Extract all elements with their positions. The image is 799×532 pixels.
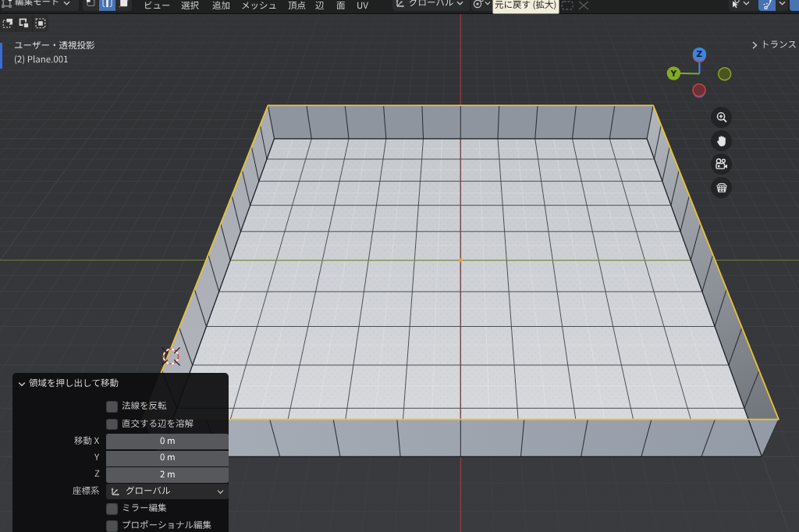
operator-panel-title xyxy=(29,378,119,390)
menu-uv[interactable] xyxy=(357,0,368,12)
y-axis-label: Y xyxy=(670,69,677,78)
orientation-label xyxy=(12,486,100,498)
tool-settings-strip xyxy=(0,15,48,32)
orientation-dropdown[interactable] xyxy=(106,484,229,499)
dissolve-orthogonal-edges-checkbox[interactable] xyxy=(106,419,118,431)
icon-graphic xyxy=(217,489,224,495)
zoom-button[interactable] xyxy=(711,107,732,128)
chevron-down-icon xyxy=(779,1,786,5)
menu-mesh[interactable] xyxy=(241,0,277,12)
flip-normals-label xyxy=(122,401,167,413)
chevron-down-icon xyxy=(743,0,750,7)
show-gizmo-dropdown[interactable] xyxy=(729,0,759,11)
mirror-editing-checkbox[interactable] xyxy=(106,503,118,515)
show-gizmo-icon xyxy=(730,0,741,9)
move-x-label xyxy=(12,436,100,448)
orientation-dropdown-value xyxy=(126,486,171,498)
neg-x-axis-ball xyxy=(693,84,705,97)
menu-face[interactable] xyxy=(336,0,346,12)
chevron-right-icon xyxy=(751,41,758,49)
toolbar-edge-indicator[interactable] xyxy=(0,43,2,69)
show-overlays-dropdown[interactable] xyxy=(776,0,788,11)
orientation-icon xyxy=(109,486,121,498)
show-overlays-icon xyxy=(762,0,773,9)
camera-icon xyxy=(715,158,728,170)
menu-view[interactable] xyxy=(144,0,171,12)
proportional-editing-checkbox[interactable] xyxy=(106,520,118,532)
hand-icon xyxy=(716,135,727,147)
move-y-field[interactable] xyxy=(106,451,229,466)
move-z-value xyxy=(160,470,176,481)
icon-graphic xyxy=(2,18,13,29)
zoom-icon xyxy=(716,112,728,124)
blender-window: Z Y xyxy=(0,0,799,532)
select-mode-face-button[interactable] xyxy=(115,0,132,11)
show-overlays-toggle[interactable] xyxy=(758,0,776,11)
select-set-mode-button[interactable] xyxy=(0,15,16,32)
xray-toggle[interactable] xyxy=(790,0,799,11)
move-y-value xyxy=(160,452,176,464)
sidebar-tab-label xyxy=(761,40,797,51)
neg-y-axis-ball xyxy=(719,68,731,80)
pan-button[interactable] xyxy=(711,130,732,151)
perspective-toggle-button[interactable] xyxy=(711,177,732,198)
move-x-value xyxy=(160,436,176,448)
move-z-label xyxy=(12,469,100,481)
tooltip-text xyxy=(495,0,557,12)
tooltip xyxy=(492,0,559,14)
transform-orientation-dropdown[interactable] xyxy=(392,0,470,11)
chevron-down-icon xyxy=(63,0,70,6)
icon-graphic xyxy=(86,0,96,8)
icon-graphic xyxy=(485,1,491,5)
axis-orientation-gizmo[interactable]: Z Y xyxy=(659,39,737,105)
automerge-rect-icon xyxy=(560,0,576,12)
icon-graphic xyxy=(456,1,463,5)
operator-panel xyxy=(12,373,229,532)
flip-normals-checkbox[interactable] xyxy=(106,401,118,413)
icon-graphic xyxy=(63,1,70,5)
chevron-down-icon xyxy=(456,0,463,7)
camera-view-button[interactable] xyxy=(711,154,732,175)
icon-graphic xyxy=(35,18,46,29)
icon-graphic xyxy=(110,487,120,497)
edit-mode-icon xyxy=(1,0,12,9)
menu-vertex[interactable] xyxy=(288,0,306,12)
automerge-x-icon xyxy=(576,0,591,12)
chevron-down-icon xyxy=(217,488,224,495)
grid-sphere-icon xyxy=(716,182,728,194)
move-z-field[interactable] xyxy=(106,467,229,483)
y-axis-line xyxy=(680,73,699,74)
chevron-down-icon xyxy=(484,0,491,7)
icon-graphic xyxy=(102,0,112,8)
dissolve-orthogonal-edges-label xyxy=(122,419,194,431)
select-subtract-mode-button[interactable] xyxy=(33,15,48,32)
select-mode-edge-button[interactable] xyxy=(99,0,115,11)
menu-edge[interactable] xyxy=(315,0,325,12)
viewport-info-object xyxy=(14,55,69,66)
icon-graphic xyxy=(119,0,129,8)
orientation-global-icon xyxy=(394,0,406,9)
viewport-info-projection xyxy=(14,41,95,52)
automerge-icons[interactable] xyxy=(560,0,591,12)
z-axis-label: Z xyxy=(697,49,703,59)
orientation-value xyxy=(409,0,454,9)
sidebar-tab-transform[interactable] xyxy=(751,40,797,51)
icon-graphic xyxy=(19,18,30,29)
icon-graphic xyxy=(730,0,741,9)
select-mode-vertex-button[interactable] xyxy=(83,0,99,11)
select-mode-buttons xyxy=(83,0,132,11)
menu-add[interactable] xyxy=(212,0,230,12)
mirror-editing-label xyxy=(122,503,167,515)
select-extend-mode-button[interactable] xyxy=(16,15,33,32)
icon-graphic xyxy=(743,1,750,5)
mode-selector[interactable] xyxy=(1,0,79,11)
editor-header xyxy=(0,0,799,14)
icon-graphic xyxy=(395,0,405,9)
icon-graphic xyxy=(473,0,484,9)
operator-panel-header[interactable] xyxy=(18,378,119,390)
menu-select[interactable] xyxy=(181,0,199,12)
mode-selector-label xyxy=(15,0,60,9)
proportional-editing-icon xyxy=(472,0,484,9)
move-x-field[interactable] xyxy=(106,434,229,449)
icon-graphic xyxy=(2,0,12,8)
